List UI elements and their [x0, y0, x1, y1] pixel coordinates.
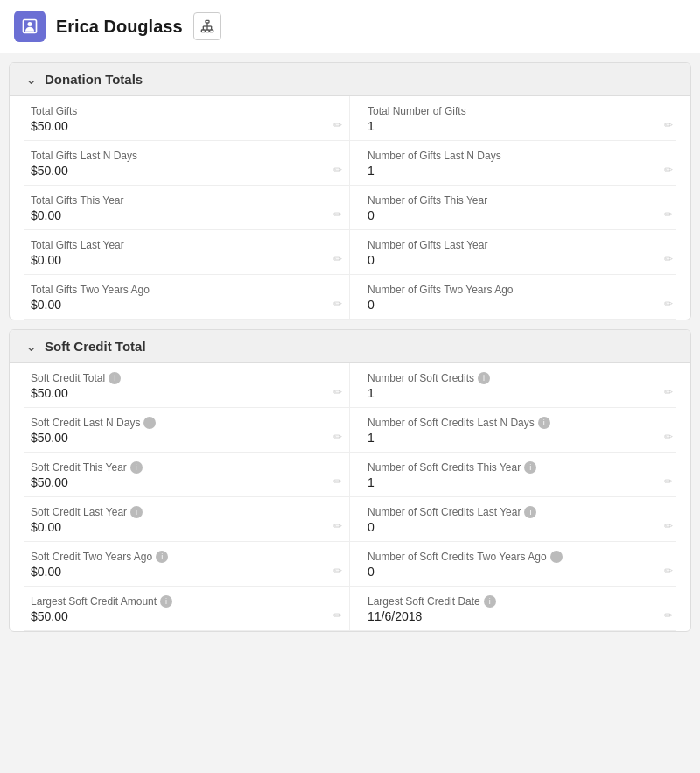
info-icon-11[interactable]: i [484, 595, 496, 608]
edit-icon-1[interactable]: ✏ [664, 119, 673, 131]
svg-point-1 [28, 22, 32, 26]
edit-icon-5[interactable]: ✏ [664, 475, 673, 488]
donation-totals-title: Donation Totals [45, 72, 143, 87]
edit-icon-3[interactable]: ✏ [664, 164, 673, 176]
edit-icon-2[interactable]: ✏ [333, 164, 342, 176]
org-hierarchy-button[interactable] [193, 12, 221, 40]
field-label-2: Soft Credit Last N Daysi [31, 417, 332, 429]
edit-icon-2[interactable]: ✏ [333, 431, 342, 443]
field-value-1: 1 [368, 119, 669, 133]
page-title: Erica Douglass [56, 17, 183, 37]
field-label-text-11: Largest Soft Credit Date [368, 595, 480, 608]
edit-icon-11[interactable]: ✏ [664, 609, 673, 622]
info-icon-9[interactable]: i [550, 551, 563, 563]
field-label-text-4: Soft Credit This Year [31, 461, 127, 474]
field-cell-2: Total Gifts Last N Days$50.00✏ [24, 141, 350, 186]
field-cell-0: Total Gifts$50.00✏ [24, 96, 350, 141]
field-value-2: $50.00 [31, 164, 332, 178]
field-value-7: 0 [368, 520, 669, 534]
field-label-text-2: Total Gifts Last N Days [31, 150, 137, 162]
field-cell-1: Number of Soft Creditsi1✏ [350, 363, 676, 408]
field-label-5: Number of Gifts This Year [368, 194, 669, 207]
edit-icon-0[interactable]: ✏ [333, 119, 342, 131]
info-icon-8[interactable]: i [156, 551, 168, 563]
edit-icon-10[interactable]: ✏ [333, 609, 342, 622]
field-value-10: $50.00 [31, 609, 332, 623]
field-value-8: $0.00 [31, 298, 332, 312]
field-cell-11: Largest Soft Credit Datei11/6/2018✏ [350, 587, 676, 631]
field-label-9: Number of Gifts Two Years Ago [368, 284, 669, 296]
field-value-11: 11/6/2018 [368, 609, 669, 623]
field-cell-3: Number of Gifts Last N Days1✏ [350, 141, 676, 186]
edit-icon-4[interactable]: ✏ [333, 208, 342, 221]
edit-icon-6[interactable]: ✏ [333, 520, 342, 532]
field-value-1: 1 [368, 386, 669, 400]
info-icon-4[interactable]: i [130, 461, 143, 474]
field-label-text-7: Number of Soft Credits Last Year [368, 506, 521, 518]
field-label-3: Number of Soft Credits Last N Daysi [368, 417, 669, 429]
donation-totals-header[interactable]: ⌄ Donation Totals [10, 63, 690, 96]
field-cell-10: Largest Soft Credit Amounti$50.00✏ [24, 587, 350, 631]
soft-credit-title: Soft Credit Total [45, 339, 146, 354]
field-label-text-9: Number of Soft Credits Two Years Ago [368, 551, 547, 563]
info-icon-7[interactable]: i [524, 506, 536, 518]
field-value-6: $0.00 [31, 253, 332, 267]
field-cell-7: Number of Gifts Last Year0✏ [350, 230, 676, 275]
donation-fields-grid: Total Gifts$50.00✏Total Number of Gifts1… [10, 96, 690, 320]
field-cell-6: Soft Credit Last Yeari$0.00✏ [24, 497, 350, 542]
field-label-0: Soft Credit Totali [31, 372, 332, 384]
edit-icon-5[interactable]: ✏ [664, 208, 673, 221]
field-value-0: $50.00 [31, 119, 332, 133]
info-icon-2[interactable]: i [144, 417, 156, 429]
edit-icon-8[interactable]: ✏ [333, 565, 342, 577]
info-icon-6[interactable]: i [130, 506, 143, 518]
info-icon-1[interactable]: i [478, 372, 490, 384]
field-label-text-8: Total Gifts Two Years Ago [31, 284, 150, 296]
edit-icon-7[interactable]: ✏ [664, 253, 673, 265]
field-label-text-10: Largest Soft Credit Amount [31, 595, 157, 608]
page-header: Erica Douglass [0, 0, 700, 53]
edit-icon-9[interactable]: ✏ [664, 298, 673, 310]
edit-icon-1[interactable]: ✏ [664, 386, 673, 398]
field-label-text-3: Number of Gifts Last N Days [368, 150, 501, 162]
field-cell-2: Soft Credit Last N Daysi$50.00✏ [24, 408, 350, 453]
field-cell-9: Number of Gifts Two Years Ago0✏ [350, 275, 676, 320]
field-label-8: Soft Credit Two Years Agoi [31, 551, 332, 563]
field-value-5: 1 [368, 475, 669, 489]
field-cell-5: Number of Soft Credits This Yeari1✏ [350, 453, 676, 497]
edit-icon-9[interactable]: ✏ [664, 565, 673, 577]
soft-credit-header[interactable]: ⌄ Soft Credit Total [10, 330, 690, 363]
field-cell-9: Number of Soft Credits Two Years Agoi0✏ [350, 542, 676, 587]
field-label-text-2: Soft Credit Last N Days [31, 417, 140, 429]
field-value-9: 0 [368, 298, 669, 312]
field-cell-6: Total Gifts Last Year$0.00✏ [24, 230, 350, 275]
svg-rect-3 [201, 30, 205, 32]
info-icon-5[interactable]: i [524, 461, 536, 474]
edit-icon-6[interactable]: ✏ [333, 253, 342, 265]
edit-icon-7[interactable]: ✏ [664, 520, 673, 532]
field-label-11: Largest Soft Credit Datei [368, 595, 669, 608]
field-label-text-3: Number of Soft Credits Last N Days [368, 417, 535, 429]
contact-icon [14, 11, 46, 42]
field-label-text-0: Soft Credit Total [31, 372, 105, 384]
info-icon-3[interactable]: i [538, 417, 550, 429]
field-value-2: $50.00 [31, 431, 332, 445]
info-icon-0[interactable]: i [108, 372, 121, 384]
info-icon-10[interactable]: i [160, 595, 172, 608]
field-value-4: $50.00 [31, 475, 332, 489]
svg-rect-2 [206, 20, 209, 23]
field-value-3: 1 [368, 431, 669, 445]
field-value-5: 0 [368, 208, 669, 222]
edit-icon-4[interactable]: ✏ [333, 475, 342, 488]
field-label-7: Number of Gifts Last Year [368, 239, 669, 251]
edit-icon-0[interactable]: ✏ [333, 386, 342, 398]
field-label-6: Total Gifts Last Year [31, 239, 332, 251]
field-label-7: Number of Soft Credits Last Yeari [368, 506, 669, 518]
soft-credit-fields-grid: Soft Credit Totali$50.00✏Number of Soft … [10, 363, 690, 631]
edit-icon-3[interactable]: ✏ [664, 431, 673, 443]
field-label-10: Largest Soft Credit Amounti [31, 595, 332, 608]
field-label-0: Total Gifts [31, 105, 332, 117]
soft-credit-chevron-icon: ⌄ [24, 340, 38, 354]
field-value-8: $0.00 [31, 565, 332, 579]
edit-icon-8[interactable]: ✏ [333, 298, 342, 310]
